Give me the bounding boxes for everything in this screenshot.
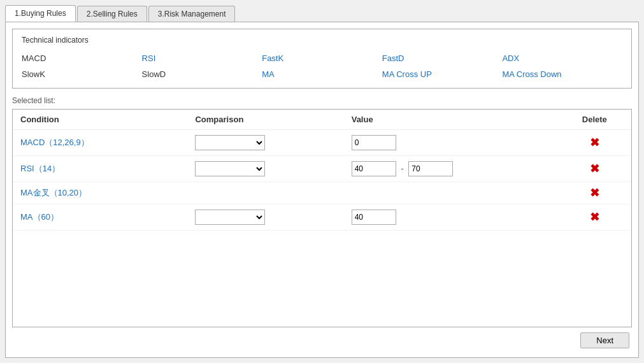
indicators-panel-title: Technical indicators: [22, 36, 622, 45]
delete-ma-cross: ✖: [558, 182, 631, 204]
delete-rsi: ✖: [558, 156, 631, 182]
indicator-macd[interactable]: MACD: [22, 53, 142, 63]
value-macd: [344, 130, 558, 156]
comparison-select-ma60[interactable]: [195, 210, 265, 225]
selected-table: Condition Comparison Value Delete MACD（1…: [13, 110, 631, 231]
condition-link-ma60[interactable]: MA（60）: [20, 212, 59, 222]
indicator-adx[interactable]: ADX: [502, 53, 622, 63]
condition-link-ma-cross[interactable]: MA金叉（10,20）: [20, 188, 87, 197]
col-header-value: Value: [344, 110, 558, 130]
comparison-select-rsi[interactable]: [195, 161, 265, 176]
table-row: RSI（14） - ✖: [13, 156, 631, 182]
condition-rsi[interactable]: RSI（14）: [13, 156, 187, 182]
indicator-ma[interactable]: MA: [262, 69, 382, 79]
delete-button-rsi[interactable]: ✖: [590, 163, 599, 174]
selected-list-label: Selected list:: [12, 96, 632, 105]
range-separator: -: [401, 164, 403, 173]
delete-button-ma-cross[interactable]: ✖: [590, 187, 599, 199]
indicator-fastk[interactable]: FastK: [262, 53, 382, 63]
comparison-ma60: [187, 204, 343, 231]
table-row: MACD（12,26,9） ✖: [13, 130, 631, 156]
bottom-bar: Next: [12, 327, 632, 351]
condition-ma60[interactable]: MA（60）: [13, 204, 187, 231]
condition-macd[interactable]: MACD（12,26,9）: [13, 130, 187, 156]
selected-table-container: Condition Comparison Value Delete MACD（1…: [12, 109, 632, 327]
condition-link-rsi[interactable]: RSI（14）: [20, 164, 60, 173]
value-rsi: -: [344, 156, 558, 182]
comparison-select-macd[interactable]: [195, 135, 265, 150]
indicator-rsi[interactable]: RSI: [142, 53, 262, 63]
indicators-grid: MACD RSI FastK FastD ADX SlowK SlowD MA …: [22, 51, 622, 82]
col-header-comparison: Comparison: [187, 110, 343, 130]
indicator-slowd[interactable]: SlowD: [142, 69, 262, 79]
delete-button-ma60[interactable]: ✖: [590, 211, 599, 223]
delete-button-macd[interactable]: ✖: [590, 137, 599, 148]
col-header-delete: Delete: [558, 110, 631, 130]
indicator-slowk[interactable]: SlowK: [22, 69, 142, 79]
value-ma60: [344, 204, 558, 231]
value-ma-cross: [344, 182, 558, 204]
value-input-macd[interactable]: [352, 135, 396, 150]
next-button[interactable]: Next: [580, 332, 629, 348]
tab-selling-rules[interactable]: 2.Selling Rules: [77, 6, 147, 22]
value-input-ma60[interactable]: [352, 210, 396, 225]
table-row: MA金叉（10,20） ✖: [13, 182, 631, 204]
tab-content: Technical indicators MACD RSI FastK Fast…: [5, 22, 639, 358]
value-input-rsi-max[interactable]: [408, 161, 453, 176]
value-input-rsi-min[interactable]: [352, 161, 396, 176]
indicator-ma-cross-up[interactable]: MA Cross UP: [382, 69, 503, 79]
table-header-row: Condition Comparison Value Delete: [13, 110, 631, 130]
delete-ma60: ✖: [558, 204, 631, 231]
table-row: MA（60） ✖: [13, 204, 631, 231]
comparison-macd: [187, 130, 343, 156]
indicators-panel: Technical indicators MACD RSI FastK Fast…: [12, 29, 632, 89]
condition-ma-cross[interactable]: MA金叉（10,20）: [13, 182, 187, 204]
indicator-ma-cross-down[interactable]: MA Cross Down: [502, 69, 622, 79]
condition-link-macd[interactable]: MACD（12,26,9）: [20, 138, 89, 147]
tabs-row: 1.Buying Rules 2.Selling Rules 3.Risk Ma…: [5, 5, 639, 22]
comparison-rsi: [187, 156, 343, 182]
tab-buying-rules[interactable]: 1.Buying Rules: [5, 5, 76, 22]
comparison-ma-cross: [187, 182, 343, 204]
main-container: 1.Buying Rules 2.Selling Rules 3.Risk Ma…: [0, 0, 644, 363]
col-header-condition: Condition: [13, 110, 187, 130]
tab-risk-management[interactable]: 3.Risk Management: [148, 6, 236, 22]
indicator-fastd[interactable]: FastD: [382, 53, 503, 63]
delete-macd: ✖: [558, 130, 631, 156]
